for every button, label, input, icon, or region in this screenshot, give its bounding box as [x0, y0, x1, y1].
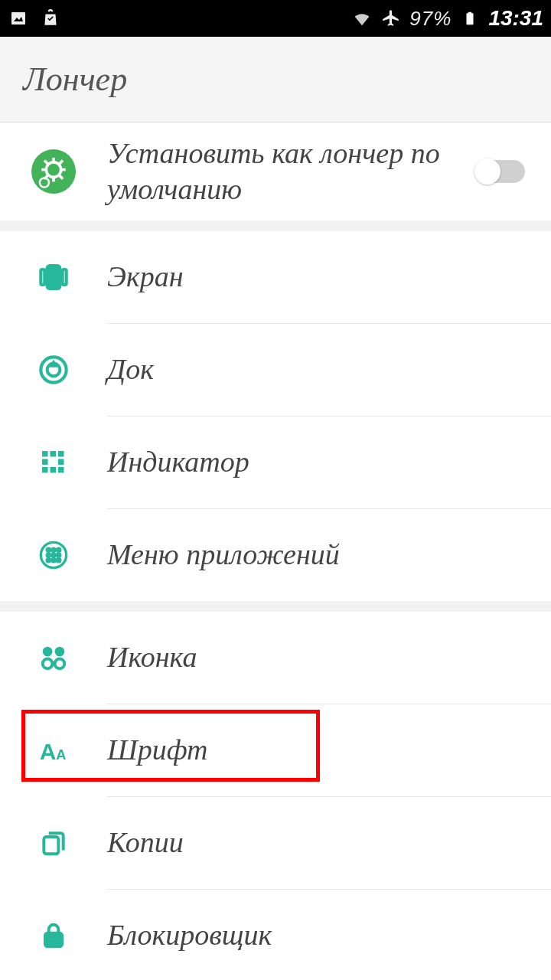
svg-rect-22 — [58, 451, 64, 457]
page-header: Лончер — [0, 37, 551, 122]
svg-rect-21 — [51, 451, 57, 457]
battery-text: 97% — [409, 7, 452, 31]
appmenu-icon — [37, 538, 70, 572]
row-appmenu[interactable]: Меню приложений — [0, 509, 551, 601]
row-icon-label: Иконка — [107, 639, 537, 676]
svg-point-37 — [57, 559, 60, 562]
set-default-launcher-row[interactable]: Установить как лончер по умолчанию — [0, 122, 551, 220]
svg-point-38 — [43, 647, 53, 657]
status-bar: 97% 13:31 — [0, 0, 551, 37]
indicator-icon — [37, 446, 70, 479]
svg-point-41 — [55, 659, 65, 669]
row-dock[interactable]: Док — [0, 324, 551, 416]
row-font-label: Шрифт — [107, 732, 537, 769]
row-font[interactable]: AA Шрифт — [0, 704, 551, 796]
svg-rect-25 — [51, 467, 57, 473]
wifi-icon — [351, 8, 373, 29]
screen-icon — [37, 260, 70, 294]
svg-point-31 — [57, 548, 60, 551]
row-indicator-label: Индикатор — [107, 444, 537, 481]
svg-rect-2 — [467, 13, 474, 24]
svg-rect-15 — [47, 266, 60, 289]
dock-icon — [37, 353, 70, 387]
svg-point-35 — [47, 559, 50, 562]
row-icon[interactable]: Иконка — [0, 612, 551, 704]
svg-rect-23 — [42, 459, 48, 466]
svg-rect-26 — [58, 467, 64, 473]
svg-rect-0 — [11, 12, 25, 24]
svg-text:A: A — [40, 739, 57, 764]
svg-point-30 — [52, 548, 55, 551]
svg-point-4 — [31, 149, 76, 194]
page-title: Лончер — [23, 60, 127, 99]
set-default-launcher-label: Установить как лончер по умолчанию — [107, 136, 476, 208]
icon-style-icon — [37, 641, 70, 675]
copies-icon — [37, 826, 70, 860]
row-screen-label: Экран — [107, 259, 537, 296]
row-copies-label: Копии — [107, 825, 537, 861]
row-indicator[interactable]: Индикатор — [0, 416, 551, 508]
svg-point-29 — [47, 548, 50, 551]
svg-point-36 — [52, 559, 55, 562]
row-appmenu-label: Меню приложений — [107, 537, 537, 573]
svg-point-39 — [55, 647, 65, 657]
default-launcher-toggle[interactable] — [476, 160, 525, 183]
svg-point-34 — [57, 554, 60, 557]
svg-point-33 — [52, 554, 55, 557]
svg-rect-27 — [58, 459, 64, 466]
svg-rect-24 — [42, 467, 48, 473]
font-icon: AA — [37, 733, 70, 767]
lock-icon — [37, 919, 70, 952]
svg-point-46 — [52, 937, 56, 941]
svg-rect-20 — [42, 451, 48, 457]
row-locker-label: Блокировщик — [107, 917, 537, 954]
svg-rect-44 — [44, 837, 58, 854]
svg-point-40 — [43, 659, 53, 669]
svg-rect-16 — [41, 270, 44, 285]
settings-gear-icon — [31, 149, 76, 194]
row-dock-label: Док — [107, 351, 537, 388]
airplane-mode-icon — [380, 8, 402, 29]
clock-text: 13:31 — [488, 6, 543, 31]
row-locker[interactable]: Блокировщик — [0, 890, 551, 980]
svg-text:A: A — [56, 746, 66, 763]
picture-icon — [8, 8, 29, 29]
row-screen[interactable]: Экран — [0, 231, 551, 323]
shopping-bag-icon — [40, 8, 61, 29]
battery-icon — [459, 8, 481, 29]
svg-point-32 — [47, 554, 50, 557]
row-copies[interactable]: Копии — [0, 797, 551, 889]
svg-rect-3 — [468, 12, 472, 14]
svg-rect-17 — [63, 270, 67, 285]
